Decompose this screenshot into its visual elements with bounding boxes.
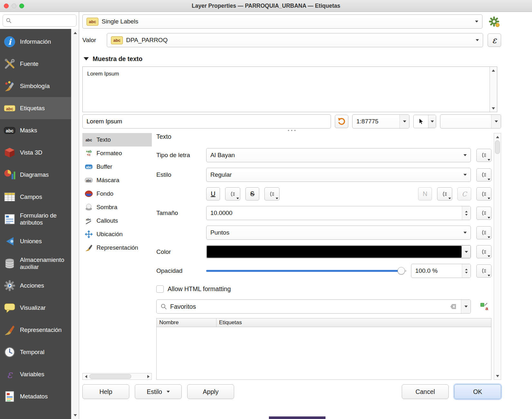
- clear-filter-button[interactable]: [450, 303, 457, 310]
- sidebar-item-label: Fuente: [20, 60, 39, 67]
- estilo-menu-button[interactable]: Estilo: [135, 384, 182, 399]
- sidebar-item-temporal[interactable]: Temporal: [0, 341, 71, 363]
- opacity-spinbox[interactable]: 100.0 %: [411, 264, 471, 278]
- sidebar-item-informacion[interactable]: i Información: [0, 31, 71, 53]
- uppercase-button[interactable]: N: [418, 187, 432, 201]
- preview-background-select[interactable]: [440, 114, 501, 129]
- data-defined-override-button[interactable]: [437, 187, 452, 201]
- sidebar-item-visualizar[interactable]: Visualizar: [0, 297, 71, 319]
- font-family-select[interactable]: Al Bayan: [206, 148, 471, 162]
- sidebar-search-input[interactable]: [14, 17, 73, 24]
- style-manager-button[interactable]: a: [476, 302, 491, 311]
- tab-fondo[interactable]: Fondo: [82, 187, 152, 201]
- minimize-window-button[interactable]: [12, 4, 16, 8]
- column-header-nombre[interactable]: Nombre: [157, 318, 216, 327]
- sidebar-item-metadatos[interactable]: Metadatos: [0, 385, 71, 407]
- splitter-handle[interactable]: [82, 129, 501, 132]
- tab-texto[interactable]: abc Texto: [82, 133, 152, 147]
- tabs-horizontal-scrollbar[interactable]: [82, 373, 152, 380]
- tab-ubicacion[interactable]: Ubicación: [82, 227, 152, 241]
- tab-callouts[interactable]: abc Callouts: [82, 214, 152, 227]
- sidebar-item-fuente[interactable]: Fuente: [0, 53, 71, 75]
- sample-scale-select[interactable]: 1:87775: [352, 114, 409, 129]
- sidebar-item-variables[interactable]: ε Variables: [0, 363, 71, 385]
- sidebar-item-etiquetas[interactable]: abc Etiquetas: [0, 97, 71, 119]
- sidebar-item-representacion[interactable]: Representación: [0, 319, 71, 341]
- strikethrough-button[interactable]: S: [245, 187, 259, 201]
- panel-vertical-scrollbar[interactable]: [494, 133, 501, 380]
- allow-html-checkbox[interactable]: [156, 285, 164, 293]
- opacity-slider[interactable]: [206, 267, 407, 275]
- sidebar-item-simbologia[interactable]: Simbología: [0, 75, 71, 97]
- zoom-window-button[interactable]: [19, 4, 24, 8]
- data-defined-override-button[interactable]: [225, 187, 240, 201]
- valor-select[interactable]: abc DPA_PARROQ: [107, 33, 483, 47]
- size-units-select[interactable]: Puntos: [206, 226, 471, 240]
- preview-bg-dropdown-section[interactable]: [491, 115, 501, 128]
- tab-formateo[interactable]: +ab <c Formateo: [82, 147, 152, 160]
- data-defined-override-button[interactable]: [476, 207, 491, 220]
- tab-mascara[interactable]: abc Máscara: [82, 174, 152, 187]
- font-size-spinbox[interactable]: 10.0000: [206, 206, 471, 220]
- map-scale-button[interactable]: [413, 115, 436, 128]
- font-color-button[interactable]: [206, 245, 471, 258]
- sidebar-item-acciones[interactable]: Acciones: [0, 274, 71, 297]
- sidebar-item-vista-3d[interactable]: Vista 3D: [0, 141, 71, 164]
- letter-spacing-button[interactable]: C: [457, 187, 471, 201]
- font-style-select[interactable]: Regular: [206, 168, 471, 182]
- horizontal-scroll-thumb[interactable]: [89, 374, 131, 379]
- spinbox-arrows[interactable]: [462, 264, 471, 278]
- help-button[interactable]: Help: [82, 384, 129, 399]
- data-defined-override-button[interactable]: [476, 245, 491, 258]
- spinbox-arrows[interactable]: [462, 206, 471, 220]
- reset-sample-button[interactable]: [335, 115, 348, 128]
- ok-button[interactable]: OK: [454, 384, 501, 399]
- sidebar-item-almacenamiento-auxiliar[interactable]: Almacenamiento auxiliar: [0, 252, 71, 274]
- sidebar-scrollbar[interactable]: [71, 29, 79, 419]
- color-dropdown[interactable]: [462, 245, 471, 258]
- tab-sombra[interactable]: Sombra: [82, 201, 152, 214]
- sidebar-item-masks[interactable]: abc Masks: [0, 119, 71, 141]
- data-defined-override-button[interactable]: [476, 226, 491, 239]
- scroll-up-button[interactable]: [494, 134, 501, 140]
- sidebar-item-campos[interactable]: Campos: [0, 186, 71, 208]
- sample-preview-scrollbar[interactable]: [490, 67, 497, 112]
- slider-track[interactable]: [206, 270, 407, 272]
- apply-button[interactable]: Apply: [187, 384, 234, 399]
- scroll-right-button[interactable]: [145, 374, 151, 379]
- sidebar-item-diagramas[interactable]: Diagramas: [0, 164, 71, 186]
- data-defined-override-button[interactable]: [476, 168, 491, 182]
- favorites-filter[interactable]: Favoritos: [156, 299, 471, 314]
- scroll-up-button[interactable]: [72, 30, 78, 36]
- close-window-button[interactable]: [4, 4, 9, 8]
- column-header-etiquetas[interactable]: Etiquetas: [216, 318, 491, 327]
- expression-builder-button[interactable]: ε: [488, 33, 501, 47]
- sidebar-search-field[interactable]: [3, 14, 77, 27]
- sample-text-input[interactable]: [82, 114, 331, 129]
- data-defined-override-button[interactable]: [264, 187, 280, 201]
- scroll-up-button[interactable]: [490, 67, 497, 73]
- automated-placement-settings-button[interactable]: [487, 14, 501, 29]
- data-defined-override-button[interactable]: [476, 187, 491, 201]
- data-defined-override-button[interactable]: [476, 149, 491, 162]
- cancel-button[interactable]: Cancel: [402, 384, 449, 399]
- scroll-left-button[interactable]: [83, 374, 89, 379]
- slider-handle[interactable]: [398, 267, 405, 274]
- scroll-down-button[interactable]: [490, 105, 497, 111]
- vertical-scroll-thumb[interactable]: [495, 140, 500, 154]
- underline-button[interactable]: U: [206, 187, 220, 201]
- tab-representacion[interactable]: Representación: [82, 241, 152, 254]
- label-mode-select[interactable]: abc Single Labels: [82, 14, 482, 29]
- scroll-down-button[interactable]: [72, 412, 78, 418]
- data-defined-override-button[interactable]: [476, 264, 491, 278]
- favorites-dropdown-section[interactable]: [461, 300, 471, 313]
- map-scale-dropdown[interactable]: [428, 115, 436, 128]
- horizontal-scroll-track[interactable]: [89, 373, 145, 379]
- text-sample-section-header[interactable]: Muestra de texto: [82, 55, 501, 63]
- map-scale-main[interactable]: [414, 115, 428, 128]
- scroll-down-button[interactable]: [494, 373, 501, 379]
- sidebar-item-formulario-de-atributos[interactable]: Formulario de atributos: [0, 208, 71, 230]
- scale-dropdown-section[interactable]: [399, 115, 409, 128]
- sidebar-item-uniones[interactable]: Uniones: [0, 230, 71, 252]
- tab-buffer[interactable]: abc Buffer: [82, 160, 152, 174]
